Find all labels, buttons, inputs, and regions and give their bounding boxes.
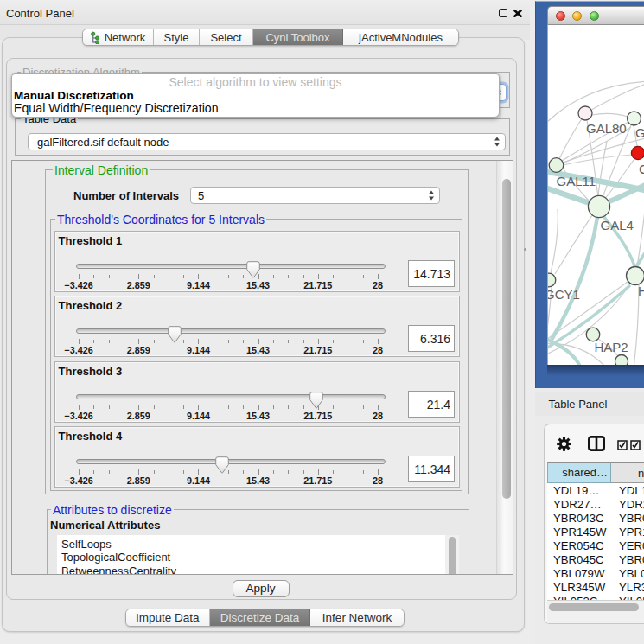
svg-text:HAP2: HAP2 xyxy=(595,340,628,354)
svg-text:GA: GA xyxy=(635,125,644,140)
svg-text:GAL11: GAL11 xyxy=(557,174,596,188)
svg-text:GAL4: GAL4 xyxy=(601,218,634,233)
svg-text:GCY1: GCY1 xyxy=(548,287,580,302)
svg-text:GAL80: GAL80 xyxy=(586,121,627,136)
svg-text:C: C xyxy=(639,162,644,176)
svg-text:H: H xyxy=(638,284,644,298)
